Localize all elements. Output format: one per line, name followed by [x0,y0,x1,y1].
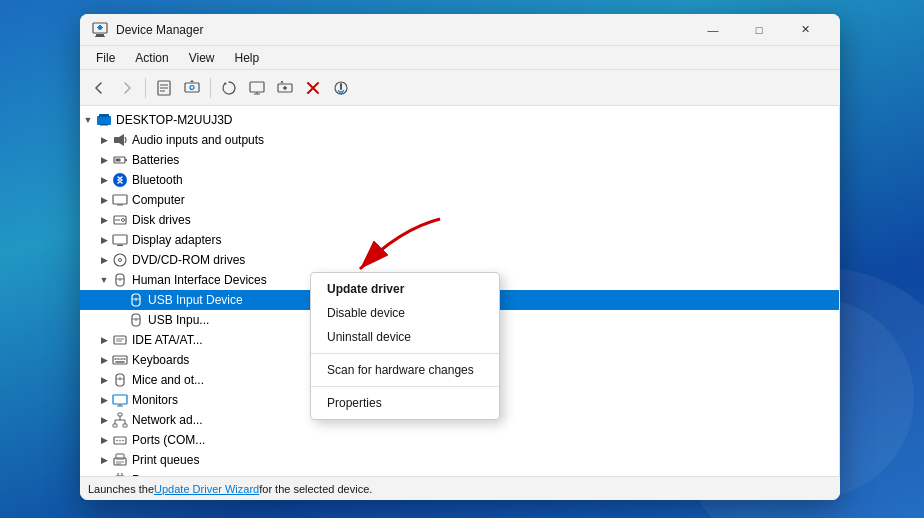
tree-audio[interactable]: ▶ Audio inputs and outputs [80,130,839,150]
disk-label: Disk drives [132,213,191,227]
audio-toggle[interactable]: ▶ [96,132,112,148]
mice-icon [112,372,128,388]
forward-icon [120,81,134,95]
menu-file[interactable]: File [88,49,123,67]
batteries-toggle[interactable]: ▶ [96,152,112,168]
svg-point-36 [114,254,126,266]
dvd-toggle[interactable]: ▶ [96,252,112,268]
svg-point-37 [119,259,122,262]
ide-label: IDE ATA/AT... [132,333,203,347]
audio-icon [112,132,128,148]
print-toggle[interactable]: ▶ [96,452,112,468]
monitor-icon [249,80,265,96]
usb2-icon [128,312,144,328]
disk-toggle[interactable]: ▶ [96,212,112,228]
tree-bluetooth[interactable]: ▶ Bluetooth [80,170,839,190]
svg-rect-21 [99,114,109,117]
tree-ports[interactable]: ▶ Ports (COM... [80,430,839,450]
svg-rect-22 [100,124,108,126]
svg-point-70 [116,440,118,442]
remove-button[interactable] [300,75,326,101]
tree-print[interactable]: ▶ Print queues [80,450,839,470]
svg-rect-47 [114,336,126,344]
title-bar-icon [92,22,108,38]
toolbar [80,70,840,106]
scan-icon [221,80,237,96]
mice-toggle[interactable]: ▶ [96,372,112,388]
computer-label: Computer [132,193,185,207]
batteries-label: Batteries [132,153,179,167]
keyboards-toggle[interactable]: ▶ [96,352,112,368]
usb1-label: USB Input Device [148,293,243,307]
svg-rect-2 [95,36,105,37]
usb2-label: USB Inpu... [148,313,209,327]
tree-disk[interactable]: ▶ Disk drives [80,210,839,230]
monitor-button[interactable] [244,75,270,101]
svg-point-19 [340,90,342,92]
display-toggle[interactable]: ▶ [96,232,112,248]
update-driver-button[interactable] [179,75,205,101]
menu-help[interactable]: Help [227,49,268,67]
back-button[interactable] [86,75,112,101]
ctx-properties[interactable]: Properties [311,391,499,415]
properties-button[interactable] [151,75,177,101]
hid-toggle[interactable]: ▼ [96,272,112,288]
svg-point-31 [122,219,125,222]
keyboards-label: Keyboards [132,353,189,367]
computer-icon [112,192,128,208]
display-label: Display adapters [132,233,221,247]
ctx-uninstall-device[interactable]: Uninstall device [311,325,499,349]
ctx-update-driver[interactable]: Update driver [311,277,499,301]
display-icon [112,232,128,248]
ports-toggle[interactable]: ▶ [96,432,112,448]
add-legacy-button[interactable] [272,75,298,101]
scan-button[interactable] [216,75,242,101]
svg-rect-10 [250,82,264,92]
maximize-button[interactable]: □ [736,14,782,46]
tree-root[interactable]: ▼ DESKTOP-M2UUJ3D [80,110,839,130]
batteries-icon [112,152,128,168]
window-title: Device Manager [116,23,690,37]
tree-dvd[interactable]: ▶ DVD/CD-ROM drives [80,250,839,270]
mice-label: Mice and ot... [132,373,204,387]
usb1-icon [128,292,144,308]
bluetooth-label: Bluetooth [132,173,183,187]
minimize-button[interactable]: — [690,14,736,46]
uninstall-icon [333,80,349,96]
svg-rect-26 [116,159,121,162]
hid-icon [112,272,128,288]
close-button[interactable]: ✕ [782,14,828,46]
bluetooth-toggle[interactable]: ▶ [96,172,112,188]
keyboards-icon [112,352,128,368]
svg-rect-64 [123,424,127,427]
menu-action[interactable]: Action [127,49,176,67]
network-toggle[interactable]: ▶ [96,412,112,428]
tree-batteries[interactable]: ▶ Batteries [80,150,839,170]
root-label: DESKTOP-M2UUJ3D [116,113,232,127]
back-icon [92,81,106,95]
status-link[interactable]: Update Driver Wizard [154,483,259,495]
uninstall-button[interactable] [328,75,354,101]
network-icon [112,412,128,428]
monitors-toggle[interactable]: ▶ [96,392,112,408]
ports-icon [112,432,128,448]
title-bar: Device Manager — □ ✕ [80,14,840,46]
tree-computer[interactable]: ▶ Computer [80,190,839,210]
root-toggle[interactable]: ▼ [80,112,96,128]
svg-point-71 [119,440,121,442]
ide-toggle[interactable]: ▶ [96,332,112,348]
svg-rect-1 [96,34,104,36]
ctx-disable-device[interactable]: Disable device [311,301,499,325]
forward-button[interactable] [114,75,140,101]
computer-toggle[interactable]: ▶ [96,192,112,208]
status-text-prefix: Launches the [88,483,154,495]
tree-display[interactable]: ▶ Display adapters [80,230,839,250]
ctx-scan-hardware[interactable]: Scan for hardware changes [311,358,499,382]
ide-icon [112,332,128,348]
remove-icon [305,80,321,96]
audio-label: Audio inputs and outputs [132,133,264,147]
svg-rect-62 [118,413,122,416]
toolbar-sep-2 [210,78,211,98]
disk-icon [112,212,128,228]
menu-view[interactable]: View [181,49,223,67]
